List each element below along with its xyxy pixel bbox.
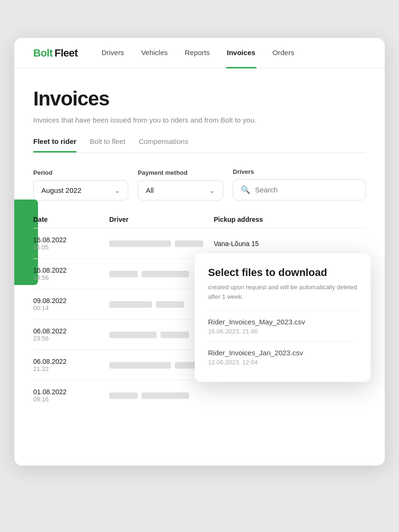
popup-title: Select files to download	[208, 266, 357, 279]
file-item-2[interactable]: Rider_Invoices_Jan_2023.csv 12.06.2023, …	[208, 342, 357, 372]
date-value: 16.08.2022	[33, 236, 109, 244]
navbar: Bolt Fleet Drivers Vehicles Reports Invo…	[14, 38, 385, 68]
driver-blur	[109, 362, 171, 369]
nav-item-invoices[interactable]: Invoices	[226, 38, 256, 68]
chevron-down-icon: ⌄	[114, 187, 120, 194]
time-value: 00:14	[33, 304, 109, 312]
date-cell: 16.08.2022 14:56	[33, 266, 109, 281]
nav-item-drivers[interactable]: Drivers	[101, 38, 125, 68]
main-content: Invoices Invoices that have been issued …	[14, 68, 385, 429]
download-popup: Select files to download created upon re…	[195, 253, 370, 382]
time-value: 09:16	[33, 396, 109, 403]
period-value: August 2022	[41, 186, 81, 194]
file-date-1: 16.06.2023, 21:46	[208, 328, 357, 335]
file-item-1[interactable]: Rider_Invoices_May_2023.csv 16.06.2023, …	[208, 311, 357, 342]
time-value: 23:56	[33, 335, 109, 342]
date-cell: 06.08.2022 23:56	[33, 327, 109, 342]
table-row[interactable]: 01.08.2022 09:16	[33, 380, 366, 410]
nav-item-orders[interactable]: Orders	[272, 38, 295, 68]
popup-subtitle: created upon request and will be automat…	[208, 283, 357, 301]
date-cell: 06.08.2022 21:22	[33, 358, 109, 372]
period-select[interactable]: August 2022 ⌄	[33, 180, 128, 200]
nav-item-vehicles[interactable]: Vehicles	[140, 38, 169, 68]
time-value: 21:22	[33, 365, 109, 372]
logo-fleet: Fleet	[55, 47, 78, 59]
payment-select[interactable]: All ⌄	[138, 180, 223, 200]
driver-blur2	[156, 301, 184, 308]
driver-blur	[109, 240, 171, 247]
chevron-down-icon-payment: ⌄	[209, 187, 215, 194]
col-header-driver: Driver	[109, 216, 214, 223]
file-name-2: Rider_Invoices_Jan_2023.csv	[208, 349, 357, 357]
table-header: Date Driver Pickup address	[33, 216, 366, 228]
file-date-2: 12.06.2023, 12:04	[208, 359, 357, 366]
driver-blur2	[175, 240, 203, 247]
filters-row: Period August 2022 ⌄ Payment method All …	[33, 168, 366, 200]
date-cell: 16.08.2022 16:05	[33, 236, 109, 251]
nav-item-reports[interactable]: Reports	[184, 38, 211, 68]
date-cell: 09.08.2022 00:14	[33, 297, 109, 312]
search-icon: 🔍	[241, 185, 250, 194]
date-cell: 01.08.2022 09:16	[33, 388, 109, 403]
time-value: 14:56	[33, 274, 109, 281]
driver-blur	[109, 392, 138, 399]
col-header-address: Pickup address	[214, 216, 366, 223]
driver-blur	[109, 332, 157, 338]
tab-fleet-to-rider[interactable]: Fleet to rider	[33, 137, 76, 152]
driver-blur	[109, 271, 138, 277]
time-value: 16:05	[33, 244, 109, 251]
date-value: 16.08.2022	[33, 266, 109, 274]
file-name-1: Rider_Invoices_May_2023.csv	[208, 318, 357, 326]
date-value: 06.08.2022	[33, 358, 109, 365]
period-label: Period	[33, 169, 128, 176]
col-header-date: Date	[33, 216, 109, 223]
date-value: 01.08.2022	[33, 388, 109, 396]
search-input[interactable]	[255, 186, 358, 194]
tab-bolt-to-fleet[interactable]: Bolt to fleet	[90, 137, 125, 152]
driver-cell	[109, 240, 214, 247]
driver-cell	[109, 392, 214, 399]
tabs-bar: Fleet to rider Bolt to fleet Compensatio…	[33, 137, 366, 153]
logo: Bolt Fleet	[33, 47, 78, 59]
payment-label: Payment method	[138, 169, 223, 176]
main-card: Bolt Fleet Drivers Vehicles Reports Invo…	[14, 38, 385, 466]
drivers-label: Drivers	[233, 168, 366, 175]
payment-value: All	[146, 186, 154, 194]
payment-filter: Payment method All ⌄	[138, 169, 223, 200]
driver-blur2	[161, 332, 189, 338]
page-title: Invoices	[33, 87, 366, 110]
logo-bolt: Bolt	[33, 47, 53, 59]
drivers-search-wrap[interactable]: 🔍	[233, 179, 366, 200]
table-body: 16.08.2022 16:05 Vana-Lõuna 15 16.08.202…	[33, 228, 366, 410]
driver-blur2	[142, 392, 189, 399]
drivers-filter: Drivers 🔍	[233, 168, 366, 200]
driver-blur2	[142, 271, 189, 277]
date-value: 09.08.2022	[33, 297, 109, 304]
period-filter: Period August 2022 ⌄	[33, 169, 128, 200]
driver-blur	[109, 301, 152, 308]
tab-compensations[interactable]: Compensations	[139, 137, 188, 152]
page-subtitle: Invoices that have been issued from you …	[33, 116, 366, 124]
address-cell: Vana-Lõuna 15	[214, 240, 366, 247]
date-value: 06.08.2022	[33, 327, 109, 335]
